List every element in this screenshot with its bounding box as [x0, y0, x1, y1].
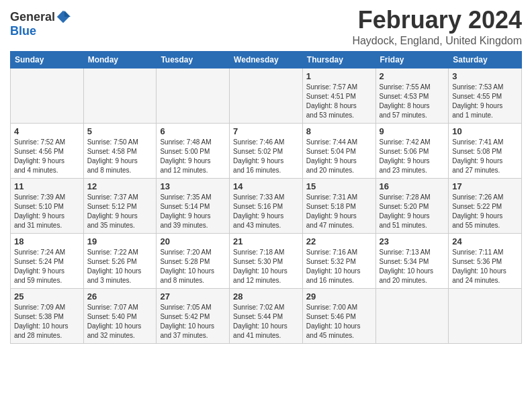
- cell-content: Sunrise: 7:28 AMSunset: 5:20 PMDaylight:…: [380, 193, 445, 230]
- cell-content: Sunrise: 7:35 AMSunset: 5:14 PMDaylight:…: [160, 193, 226, 230]
- cell-content: Sunrise: 7:22 AMSunset: 5:26 PMDaylight:…: [87, 248, 153, 285]
- calendar-cell: [449, 288, 522, 343]
- cell-content: Sunrise: 7:13 AMSunset: 5:34 PMDaylight:…: [380, 248, 445, 285]
- day-number: 9: [380, 126, 445, 136]
- header-thursday: Thursday: [302, 51, 375, 68]
- calendar-cell: 8Sunrise: 7:44 AMSunset: 5:04 PMDaylight…: [302, 123, 375, 178]
- calendar-cell: 25Sunrise: 7:09 AMSunset: 5:38 PMDayligh…: [11, 288, 84, 343]
- cell-content: Sunrise: 7:02 AMSunset: 5:44 PMDaylight:…: [233, 303, 299, 340]
- calendar-cell: [83, 68, 157, 123]
- day-number: 7: [233, 126, 299, 136]
- svg-marker-1: [64, 11, 71, 17]
- day-number: 5: [87, 126, 153, 136]
- day-number: 17: [452, 181, 518, 191]
- cell-content: Sunrise: 7:24 AMSunset: 5:24 PMDaylight:…: [14, 248, 80, 285]
- cell-content: Sunrise: 7:00 AMSunset: 5:46 PMDaylight:…: [306, 303, 372, 340]
- calendar-cell: 28Sunrise: 7:02 AMSunset: 5:44 PMDayligh…: [230, 288, 303, 343]
- cell-content: Sunrise: 7:11 AMSunset: 5:36 PMDaylight:…: [452, 248, 518, 285]
- day-number: 6: [160, 126, 226, 136]
- calendar-cell: 24Sunrise: 7:11 AMSunset: 5:36 PMDayligh…: [449, 233, 522, 288]
- cell-content: Sunrise: 7:46 AMSunset: 5:02 PMDaylight:…: [233, 138, 299, 175]
- cell-content: Sunrise: 7:09 AMSunset: 5:38 PMDaylight:…: [14, 303, 80, 340]
- calendar-cell: 3Sunrise: 7:53 AMSunset: 4:55 PMDaylight…: [449, 68, 522, 123]
- day-number: 4: [14, 126, 80, 136]
- day-number: 15: [306, 181, 372, 191]
- calendar-cell: 17Sunrise: 7:26 AMSunset: 5:22 PMDayligh…: [449, 178, 522, 233]
- header-tuesday: Tuesday: [157, 51, 230, 68]
- calendar-cell: 19Sunrise: 7:22 AMSunset: 5:26 PMDayligh…: [83, 233, 157, 288]
- cell-content: Sunrise: 7:33 AMSunset: 5:16 PMDaylight:…: [233, 193, 299, 230]
- title-area: February 2024 Haydock, England, United K…: [352, 7, 522, 47]
- cell-content: Sunrise: 7:39 AMSunset: 5:10 PMDaylight:…: [14, 193, 80, 230]
- calendar-cell: 6Sunrise: 7:48 AMSunset: 5:00 PMDaylight…: [157, 123, 230, 178]
- day-number: 23: [380, 236, 445, 246]
- logo-general-text: General: [10, 10, 55, 24]
- calendar-cell: [11, 68, 84, 123]
- calendar-cell: 15Sunrise: 7:31 AMSunset: 5:18 PMDayligh…: [302, 178, 375, 233]
- calendar-cell: 27Sunrise: 7:05 AMSunset: 5:42 PMDayligh…: [157, 288, 230, 343]
- cell-content: Sunrise: 7:53 AMSunset: 4:55 PMDaylight:…: [452, 83, 518, 120]
- day-number: 2: [380, 71, 445, 81]
- calendar-cell: 12Sunrise: 7:37 AMSunset: 5:12 PMDayligh…: [83, 178, 157, 233]
- day-number: 28: [233, 291, 299, 302]
- logo-blue-text: Blue: [10, 24, 36, 38]
- day-number: 25: [14, 291, 80, 302]
- calendar-cell: [230, 68, 303, 123]
- day-number: 11: [14, 181, 80, 191]
- cell-content: Sunrise: 7:16 AMSunset: 5:32 PMDaylight:…: [306, 248, 372, 285]
- cell-content: Sunrise: 7:50 AMSunset: 4:58 PMDaylight:…: [87, 138, 153, 175]
- calendar-cell: 10Sunrise: 7:41 AMSunset: 5:08 PMDayligh…: [449, 123, 522, 178]
- calendar-cell: 26Sunrise: 7:07 AMSunset: 5:40 PMDayligh…: [83, 288, 157, 343]
- calendar-cell: 20Sunrise: 7:20 AMSunset: 5:28 PMDayligh…: [157, 233, 230, 288]
- day-number: 29: [306, 291, 372, 302]
- day-number: 27: [160, 291, 226, 302]
- cell-content: Sunrise: 7:44 AMSunset: 5:04 PMDaylight:…: [306, 138, 372, 175]
- day-number: 10: [452, 126, 518, 136]
- calendar-header-row: SundayMondayTuesdayWednesdayThursdayFrid…: [11, 51, 522, 68]
- header-sunday: Sunday: [11, 51, 84, 68]
- header-friday: Friday: [375, 51, 449, 68]
- day-number: 1: [306, 71, 372, 81]
- cell-content: Sunrise: 7:41 AMSunset: 5:08 PMDaylight:…: [452, 138, 518, 175]
- calendar-cell: 1Sunrise: 7:57 AMSunset: 4:51 PMDaylight…: [302, 68, 375, 123]
- calendar-cell: 29Sunrise: 7:00 AMSunset: 5:46 PMDayligh…: [302, 288, 375, 343]
- day-number: 20: [160, 236, 226, 246]
- day-number: 19: [87, 236, 153, 246]
- location: Haydock, England, United Kingdom: [352, 35, 522, 47]
- cell-content: Sunrise: 7:57 AMSunset: 4:51 PMDaylight:…: [306, 83, 372, 120]
- calendar-week-5: 25Sunrise: 7:09 AMSunset: 5:38 PMDayligh…: [11, 288, 522, 343]
- calendar-cell: 9Sunrise: 7:42 AMSunset: 5:06 PMDaylight…: [375, 123, 449, 178]
- header-monday: Monday: [83, 51, 157, 68]
- calendar-cell: [157, 68, 230, 123]
- day-number: 8: [306, 126, 372, 136]
- day-number: 14: [233, 181, 299, 191]
- cell-content: Sunrise: 7:42 AMSunset: 5:06 PMDaylight:…: [380, 138, 445, 175]
- day-number: 18: [14, 236, 80, 246]
- header: General Blue February 2024 Haydock, Engl…: [10, 7, 522, 47]
- logo-icon: [56, 9, 71, 24]
- calendar-cell: 16Sunrise: 7:28 AMSunset: 5:20 PMDayligh…: [375, 178, 449, 233]
- calendar-cell: 7Sunrise: 7:46 AMSunset: 5:02 PMDaylight…: [230, 123, 303, 178]
- cell-content: Sunrise: 7:20 AMSunset: 5:28 PMDaylight:…: [160, 248, 226, 285]
- header-wednesday: Wednesday: [230, 51, 303, 68]
- calendar-week-2: 4Sunrise: 7:52 AMSunset: 4:56 PMDaylight…: [11, 123, 522, 178]
- cell-content: Sunrise: 7:55 AMSunset: 4:53 PMDaylight:…: [380, 83, 445, 120]
- calendar-week-1: 1Sunrise: 7:57 AMSunset: 4:51 PMDaylight…: [11, 68, 522, 123]
- calendar-cell: 18Sunrise: 7:24 AMSunset: 5:24 PMDayligh…: [11, 233, 84, 288]
- calendar-cell: [375, 288, 449, 343]
- day-number: 3: [452, 71, 518, 81]
- calendar-cell: 2Sunrise: 7:55 AMSunset: 4:53 PMDaylight…: [375, 68, 449, 123]
- calendar-week-3: 11Sunrise: 7:39 AMSunset: 5:10 PMDayligh…: [11, 178, 522, 233]
- calendar-table: SundayMondayTuesdayWednesdayThursdayFrid…: [10, 51, 522, 344]
- day-number: 26: [87, 291, 153, 302]
- cell-content: Sunrise: 7:52 AMSunset: 4:56 PMDaylight:…: [14, 138, 80, 175]
- cell-content: Sunrise: 7:48 AMSunset: 5:00 PMDaylight:…: [160, 138, 226, 175]
- calendar-cell: 13Sunrise: 7:35 AMSunset: 5:14 PMDayligh…: [157, 178, 230, 233]
- cell-content: Sunrise: 7:05 AMSunset: 5:42 PMDaylight:…: [160, 303, 226, 340]
- calendar-cell: 14Sunrise: 7:33 AMSunset: 5:16 PMDayligh…: [230, 178, 303, 233]
- cell-content: Sunrise: 7:31 AMSunset: 5:18 PMDaylight:…: [306, 193, 372, 230]
- day-number: 21: [233, 236, 299, 246]
- day-number: 13: [160, 181, 226, 191]
- calendar-cell: 21Sunrise: 7:18 AMSunset: 5:30 PMDayligh…: [230, 233, 303, 288]
- calendar-cell: 23Sunrise: 7:13 AMSunset: 5:34 PMDayligh…: [375, 233, 449, 288]
